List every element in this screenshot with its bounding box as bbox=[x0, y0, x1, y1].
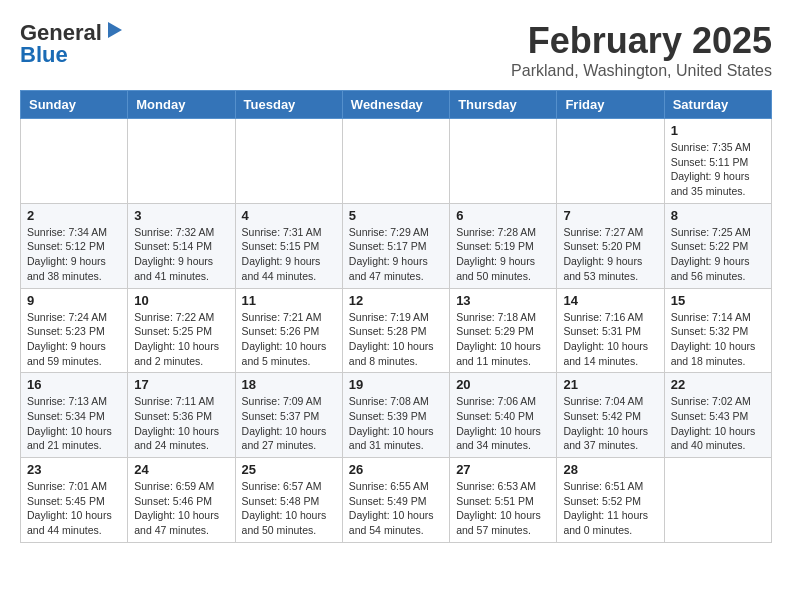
calendar-cell: 19Sunrise: 7:08 AMSunset: 5:39 PMDayligh… bbox=[342, 373, 449, 458]
calendar-cell bbox=[557, 119, 664, 204]
day-info: Sunrise: 7:09 AMSunset: 5:37 PMDaylight:… bbox=[242, 394, 336, 453]
day-number: 28 bbox=[563, 462, 657, 477]
day-info: Sunrise: 7:29 AMSunset: 5:17 PMDaylight:… bbox=[349, 225, 443, 284]
day-info: Sunrise: 7:34 AMSunset: 5:12 PMDaylight:… bbox=[27, 225, 121, 284]
header-row: Sunday Monday Tuesday Wednesday Thursday… bbox=[21, 91, 772, 119]
day-number: 16 bbox=[27, 377, 121, 392]
calendar-week-row: 16Sunrise: 7:13 AMSunset: 5:34 PMDayligh… bbox=[21, 373, 772, 458]
day-info: Sunrise: 7:08 AMSunset: 5:39 PMDaylight:… bbox=[349, 394, 443, 453]
calendar-cell bbox=[21, 119, 128, 204]
calendar-week-row: 9Sunrise: 7:24 AMSunset: 5:23 PMDaylight… bbox=[21, 288, 772, 373]
calendar-cell: 11Sunrise: 7:21 AMSunset: 5:26 PMDayligh… bbox=[235, 288, 342, 373]
day-number: 18 bbox=[242, 377, 336, 392]
col-saturday: Saturday bbox=[664, 91, 771, 119]
day-info: Sunrise: 7:22 AMSunset: 5:25 PMDaylight:… bbox=[134, 310, 228, 369]
day-number: 5 bbox=[349, 208, 443, 223]
col-monday: Monday bbox=[128, 91, 235, 119]
day-info: Sunrise: 7:11 AMSunset: 5:36 PMDaylight:… bbox=[134, 394, 228, 453]
day-info: Sunrise: 7:28 AMSunset: 5:19 PMDaylight:… bbox=[456, 225, 550, 284]
calendar-cell: 9Sunrise: 7:24 AMSunset: 5:23 PMDaylight… bbox=[21, 288, 128, 373]
day-number: 1 bbox=[671, 123, 765, 138]
calendar-cell bbox=[128, 119, 235, 204]
day-number: 9 bbox=[27, 293, 121, 308]
calendar-subtitle: Parkland, Washington, United States bbox=[511, 62, 772, 80]
calendar-cell: 28Sunrise: 6:51 AMSunset: 5:52 PMDayligh… bbox=[557, 458, 664, 543]
calendar-week-row: 23Sunrise: 7:01 AMSunset: 5:45 PMDayligh… bbox=[21, 458, 772, 543]
svg-marker-0 bbox=[108, 22, 122, 38]
calendar-cell: 17Sunrise: 7:11 AMSunset: 5:36 PMDayligh… bbox=[128, 373, 235, 458]
calendar-cell: 10Sunrise: 7:22 AMSunset: 5:25 PMDayligh… bbox=[128, 288, 235, 373]
day-info: Sunrise: 7:19 AMSunset: 5:28 PMDaylight:… bbox=[349, 310, 443, 369]
calendar-cell: 23Sunrise: 7:01 AMSunset: 5:45 PMDayligh… bbox=[21, 458, 128, 543]
day-info: Sunrise: 7:06 AMSunset: 5:40 PMDaylight:… bbox=[456, 394, 550, 453]
calendar-cell: 1Sunrise: 7:35 AMSunset: 5:11 PMDaylight… bbox=[664, 119, 771, 204]
calendar-cell: 8Sunrise: 7:25 AMSunset: 5:22 PMDaylight… bbox=[664, 203, 771, 288]
logo-icon bbox=[104, 20, 126, 42]
calendar-week-row: 2Sunrise: 7:34 AMSunset: 5:12 PMDaylight… bbox=[21, 203, 772, 288]
day-info: Sunrise: 7:16 AMSunset: 5:31 PMDaylight:… bbox=[563, 310, 657, 369]
calendar-cell: 26Sunrise: 6:55 AMSunset: 5:49 PMDayligh… bbox=[342, 458, 449, 543]
day-info: Sunrise: 7:31 AMSunset: 5:15 PMDaylight:… bbox=[242, 225, 336, 284]
calendar-cell: 24Sunrise: 6:59 AMSunset: 5:46 PMDayligh… bbox=[128, 458, 235, 543]
calendar-cell: 4Sunrise: 7:31 AMSunset: 5:15 PMDaylight… bbox=[235, 203, 342, 288]
day-info: Sunrise: 7:14 AMSunset: 5:32 PMDaylight:… bbox=[671, 310, 765, 369]
calendar-cell: 13Sunrise: 7:18 AMSunset: 5:29 PMDayligh… bbox=[450, 288, 557, 373]
day-info: Sunrise: 7:24 AMSunset: 5:23 PMDaylight:… bbox=[27, 310, 121, 369]
day-number: 3 bbox=[134, 208, 228, 223]
calendar-cell: 15Sunrise: 7:14 AMSunset: 5:32 PMDayligh… bbox=[664, 288, 771, 373]
day-info: Sunrise: 7:21 AMSunset: 5:26 PMDaylight:… bbox=[242, 310, 336, 369]
title-section: February 2025 Parkland, Washington, Unit… bbox=[511, 20, 772, 80]
day-number: 4 bbox=[242, 208, 336, 223]
day-info: Sunrise: 7:35 AMSunset: 5:11 PMDaylight:… bbox=[671, 140, 765, 199]
day-number: 19 bbox=[349, 377, 443, 392]
calendar-cell: 12Sunrise: 7:19 AMSunset: 5:28 PMDayligh… bbox=[342, 288, 449, 373]
day-number: 23 bbox=[27, 462, 121, 477]
day-number: 20 bbox=[456, 377, 550, 392]
day-number: 15 bbox=[671, 293, 765, 308]
calendar-cell bbox=[342, 119, 449, 204]
calendar-cell: 5Sunrise: 7:29 AMSunset: 5:17 PMDaylight… bbox=[342, 203, 449, 288]
day-info: Sunrise: 6:51 AMSunset: 5:52 PMDaylight:… bbox=[563, 479, 657, 538]
day-number: 22 bbox=[671, 377, 765, 392]
calendar-cell: 18Sunrise: 7:09 AMSunset: 5:37 PMDayligh… bbox=[235, 373, 342, 458]
day-info: Sunrise: 7:18 AMSunset: 5:29 PMDaylight:… bbox=[456, 310, 550, 369]
day-info: Sunrise: 6:53 AMSunset: 5:51 PMDaylight:… bbox=[456, 479, 550, 538]
day-number: 25 bbox=[242, 462, 336, 477]
day-number: 17 bbox=[134, 377, 228, 392]
calendar-cell: 6Sunrise: 7:28 AMSunset: 5:19 PMDaylight… bbox=[450, 203, 557, 288]
day-info: Sunrise: 7:25 AMSunset: 5:22 PMDaylight:… bbox=[671, 225, 765, 284]
calendar-cell: 20Sunrise: 7:06 AMSunset: 5:40 PMDayligh… bbox=[450, 373, 557, 458]
day-number: 10 bbox=[134, 293, 228, 308]
calendar-cell: 21Sunrise: 7:04 AMSunset: 5:42 PMDayligh… bbox=[557, 373, 664, 458]
day-info: Sunrise: 7:04 AMSunset: 5:42 PMDaylight:… bbox=[563, 394, 657, 453]
day-info: Sunrise: 6:57 AMSunset: 5:48 PMDaylight:… bbox=[242, 479, 336, 538]
col-sunday: Sunday bbox=[21, 91, 128, 119]
col-friday: Friday bbox=[557, 91, 664, 119]
calendar-cell bbox=[235, 119, 342, 204]
calendar-cell: 25Sunrise: 6:57 AMSunset: 5:48 PMDayligh… bbox=[235, 458, 342, 543]
col-wednesday: Wednesday bbox=[342, 91, 449, 119]
calendar-cell: 14Sunrise: 7:16 AMSunset: 5:31 PMDayligh… bbox=[557, 288, 664, 373]
day-info: Sunrise: 7:32 AMSunset: 5:14 PMDaylight:… bbox=[134, 225, 228, 284]
day-number: 7 bbox=[563, 208, 657, 223]
day-number: 26 bbox=[349, 462, 443, 477]
calendar-cell: 3Sunrise: 7:32 AMSunset: 5:14 PMDaylight… bbox=[128, 203, 235, 288]
calendar-cell: 7Sunrise: 7:27 AMSunset: 5:20 PMDaylight… bbox=[557, 203, 664, 288]
day-number: 12 bbox=[349, 293, 443, 308]
day-info: Sunrise: 7:27 AMSunset: 5:20 PMDaylight:… bbox=[563, 225, 657, 284]
calendar-cell: 27Sunrise: 6:53 AMSunset: 5:51 PMDayligh… bbox=[450, 458, 557, 543]
day-info: Sunrise: 7:01 AMSunset: 5:45 PMDaylight:… bbox=[27, 479, 121, 538]
page-header: General Blue February 2025 Parkland, Was… bbox=[20, 20, 772, 80]
day-info: Sunrise: 6:59 AMSunset: 5:46 PMDaylight:… bbox=[134, 479, 228, 538]
calendar-cell: 16Sunrise: 7:13 AMSunset: 5:34 PMDayligh… bbox=[21, 373, 128, 458]
day-number: 2 bbox=[27, 208, 121, 223]
day-number: 6 bbox=[456, 208, 550, 223]
day-number: 24 bbox=[134, 462, 228, 477]
calendar-cell bbox=[450, 119, 557, 204]
day-number: 11 bbox=[242, 293, 336, 308]
day-number: 13 bbox=[456, 293, 550, 308]
col-tuesday: Tuesday bbox=[235, 91, 342, 119]
day-info: Sunrise: 7:02 AMSunset: 5:43 PMDaylight:… bbox=[671, 394, 765, 453]
calendar-cell: 2Sunrise: 7:34 AMSunset: 5:12 PMDaylight… bbox=[21, 203, 128, 288]
day-number: 21 bbox=[563, 377, 657, 392]
